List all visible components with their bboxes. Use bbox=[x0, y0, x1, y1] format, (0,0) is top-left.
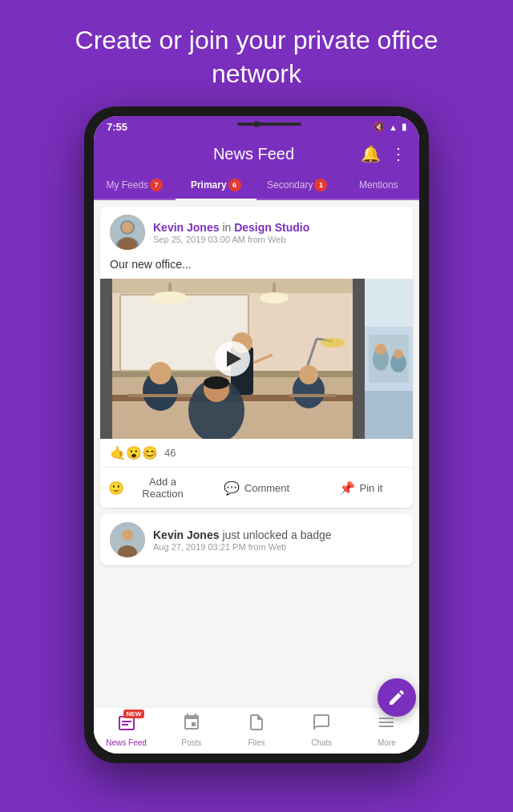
svg-point-17 bbox=[321, 338, 345, 348]
my-feeds-badge: 7 bbox=[150, 179, 163, 191]
svg-point-3 bbox=[122, 222, 133, 233]
post-1-avatar bbox=[110, 215, 145, 250]
post-1-header: Kevin Jones in Design Studio Sep 25, 201… bbox=[100, 207, 413, 258]
app-title: News Feed bbox=[147, 145, 361, 163]
post-1-media bbox=[100, 279, 413, 439]
app-header: News Feed 🔔 ⋮ bbox=[94, 138, 419, 173]
comment-button[interactable]: 💬 Comment bbox=[204, 468, 309, 508]
tab-secondary[interactable]: Secondary1 bbox=[256, 173, 338, 199]
nav-posts[interactable]: Posts bbox=[159, 713, 224, 747]
status-icons: 🔇 ▲ ▮ bbox=[374, 122, 406, 132]
more-icon bbox=[377, 713, 396, 737]
svg-point-36 bbox=[375, 344, 386, 355]
reaction-2: 😮 bbox=[126, 445, 142, 460]
svg-point-14 bbox=[260, 292, 289, 303]
svg-rect-39 bbox=[365, 391, 413, 439]
pin-icon: 📌 bbox=[339, 480, 355, 496]
nav-chats-label: Chats bbox=[311, 738, 332, 747]
reaction-1: 🤙 bbox=[110, 445, 126, 460]
bottom-nav: NEW News Feed Posts bbox=[94, 707, 419, 754]
post-1-text: Our new office... bbox=[100, 258, 413, 279]
post-1-time: Sep 25, 2019 03:00 AM from Web bbox=[153, 235, 403, 244]
nav-files-label: Files bbox=[248, 738, 265, 747]
svg-point-25 bbox=[299, 365, 318, 384]
feed-content: Kevin Jones in Design Studio Sep 25, 201… bbox=[94, 200, 419, 707]
svg-point-28 bbox=[204, 376, 229, 389]
comment-icon: 💬 bbox=[224, 480, 240, 496]
reaction-count: 46 bbox=[164, 447, 176, 459]
post-2-meta: Kevin Jones just unlocked a badge Aug 27… bbox=[153, 529, 403, 552]
nav-chats[interactable]: Chats bbox=[289, 713, 354, 747]
nav-more[interactable]: More bbox=[354, 713, 419, 747]
svg-rect-29 bbox=[128, 394, 192, 397]
tab-primary[interactable]: Primary6 bbox=[176, 173, 257, 199]
svg-rect-32 bbox=[365, 279, 413, 327]
posts-icon bbox=[182, 713, 201, 737]
comment-label: Comment bbox=[244, 482, 289, 494]
svg-point-38 bbox=[394, 349, 403, 359]
status-time: 7:55 bbox=[107, 121, 127, 133]
pin-button[interactable]: 📌 Pin it bbox=[309, 468, 413, 508]
svg-rect-30 bbox=[289, 394, 337, 397]
secondary-badge: 1 bbox=[314, 179, 327, 191]
speaker bbox=[237, 123, 301, 126]
nav-news-feed-label: News Feed bbox=[106, 738, 147, 747]
reactions-bar: 🤙 😮 😊 46 bbox=[100, 439, 413, 467]
svg-rect-10 bbox=[112, 279, 353, 293]
add-reaction-label: Add a Reaction bbox=[129, 476, 196, 500]
reaction-icons: 🤙 😮 😊 bbox=[110, 445, 158, 460]
nav-news-feed[interactable]: NEW News Feed bbox=[94, 713, 159, 747]
svg-point-20 bbox=[149, 362, 172, 384]
post-card-2: Kevin Jones just unlocked a badge Aug 27… bbox=[100, 514, 413, 565]
post-1-thumb[interactable] bbox=[365, 279, 413, 439]
pin-label: Pin it bbox=[360, 482, 383, 494]
nav-more-label: More bbox=[378, 738, 396, 747]
hero-title: Create or join your private office netwo… bbox=[0, 0, 513, 107]
post-1-author: Kevin Jones in Design Studio bbox=[153, 221, 403, 234]
phone-device: 7:55 🔇 ▲ ▮ News Feed 🔔 ⋮ My Feeds7 Prima… bbox=[84, 107, 429, 763]
phone-screen: 7:55 🔇 ▲ ▮ News Feed 🔔 ⋮ My Feeds7 Prima… bbox=[94, 116, 419, 754]
tab-my-feeds[interactable]: My Feeds7 bbox=[94, 173, 176, 199]
primary-badge: 6 bbox=[228, 179, 241, 191]
play-button[interactable] bbox=[215, 341, 250, 376]
tabs-bar: My Feeds7 Primary6 Secondary1 Mentions bbox=[94, 173, 419, 200]
post-card-1: Kevin Jones in Design Studio Sep 25, 201… bbox=[100, 207, 413, 508]
menu-icon[interactable]: ⋮ bbox=[390, 144, 406, 163]
post-2-avatar bbox=[110, 522, 145, 557]
post-2-header: Kevin Jones just unlocked a badge Aug 27… bbox=[100, 514, 413, 565]
post-1-video[interactable] bbox=[100, 279, 365, 439]
tab-mentions[interactable]: Mentions bbox=[338, 173, 420, 199]
files-icon bbox=[247, 713, 266, 737]
battery-icon: ▮ bbox=[402, 122, 406, 132]
post-1-meta: Kevin Jones in Design Studio Sep 25, 201… bbox=[153, 221, 403, 244]
reaction-icon: 🙂 bbox=[108, 480, 124, 496]
svg-point-12 bbox=[152, 291, 188, 304]
new-badge: NEW bbox=[123, 709, 145, 718]
svg-point-41 bbox=[122, 529, 133, 541]
nav-posts-label: Posts bbox=[181, 738, 201, 747]
post-2-time: Aug 27, 2019 03:21 PM from Web bbox=[153, 542, 403, 552]
notification-icon[interactable]: 🔔 bbox=[361, 144, 381, 163]
play-triangle bbox=[227, 351, 241, 367]
post-2-author: Kevin Jones just unlocked a badge bbox=[153, 529, 403, 541]
header-actions: 🔔 ⋮ bbox=[361, 144, 406, 163]
chats-icon bbox=[312, 713, 331, 737]
compose-fab[interactable] bbox=[378, 678, 416, 717]
wifi-icon: ▲ bbox=[389, 123, 398, 132]
avatar-image bbox=[110, 215, 145, 250]
post-1-actions: 🙂 Add a Reaction 💬 Comment 📌 Pin it bbox=[100, 467, 413, 508]
reaction-3: 😊 bbox=[142, 445, 158, 460]
nav-files[interactable]: Files bbox=[224, 713, 289, 747]
add-reaction-button[interactable]: 🙂 Add a Reaction bbox=[100, 468, 204, 508]
mute-icon: 🔇 bbox=[374, 122, 385, 132]
